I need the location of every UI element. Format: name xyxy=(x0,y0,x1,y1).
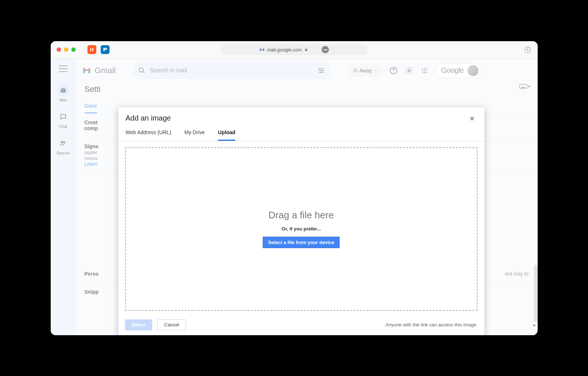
window-controls xyxy=(57,47,76,52)
browser-window: H mail.google.com ••• Mail Chat xyxy=(51,41,538,335)
dialog-select-button[interactable]: Select xyxy=(125,319,152,330)
dialog-cancel-button[interactable]: Cancel xyxy=(157,319,186,330)
svg-rect-2 xyxy=(105,48,107,50)
upload-dropzone[interactable]: Drag a file here Or, if you prefer... Se… xyxy=(125,147,478,311)
dialog-footer: Select Cancel Anyone with the link can a… xyxy=(118,315,484,335)
tab-web-address[interactable]: Web Address (URL) xyxy=(126,126,171,141)
dialog-tabs: Web Address (URL) My Drive Upload xyxy=(118,126,484,141)
tab-upload[interactable]: Upload xyxy=(218,126,235,141)
address-bar[interactable]: mail.google.com ••• xyxy=(220,44,368,55)
gmail-favicon xyxy=(259,47,265,52)
dialog-footer-note: Anyone with the link can access this ima… xyxy=(386,322,478,327)
svg-rect-3 xyxy=(305,49,307,51)
reader-badge[interactable]: ••• xyxy=(322,46,329,53)
titlebar: H mail.google.com ••• xyxy=(51,41,538,59)
pinned-extensions: H xyxy=(87,45,110,54)
dropzone-title: Drag a file here xyxy=(269,210,334,221)
add-image-dialog: Add an image ✕ Web Address (URL) My Driv… xyxy=(118,107,484,335)
url-text: mail.google.com xyxy=(267,47,302,53)
tab-my-drive[interactable]: My Drive xyxy=(184,126,205,141)
trello-icon xyxy=(103,47,108,52)
dialog-close-button[interactable]: ✕ xyxy=(467,114,477,123)
window-close[interactable] xyxy=(57,47,61,52)
gmail-app: Mail Chat Spaces Gmail xyxy=(51,59,538,335)
downloads-icon[interactable] xyxy=(524,46,531,53)
dropzone-subtitle: Or, if you prefer... xyxy=(282,226,321,232)
select-file-button[interactable]: Select a file from your device xyxy=(263,237,340,248)
extension-h[interactable]: H xyxy=(87,45,96,54)
window-minimize[interactable] xyxy=(64,47,68,52)
window-zoom[interactable] xyxy=(71,47,76,52)
extension-trello[interactable] xyxy=(101,45,110,54)
svg-rect-1 xyxy=(103,48,105,51)
dialog-title: Add an image xyxy=(126,114,171,122)
lock-icon xyxy=(304,47,308,52)
